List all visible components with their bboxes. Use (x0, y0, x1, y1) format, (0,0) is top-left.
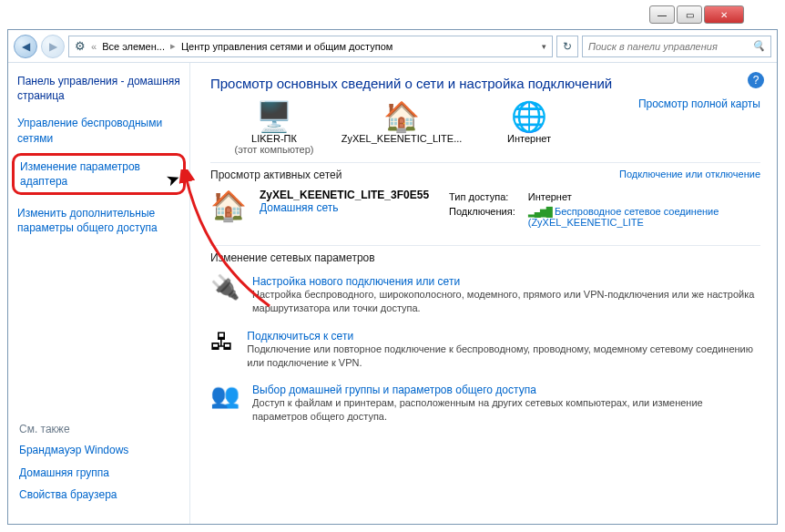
change-settings-header: Изменение сетевых параметров (210, 245, 760, 264)
homegroup-icon: 👥 (210, 384, 240, 424)
seealso-homegroup[interactable]: Домашняя группа (19, 466, 128, 480)
access-type-value: Интернет (523, 190, 759, 203)
breadcrumb-prefix: « (91, 41, 97, 52)
map-node-router: 🏠 ZyXEL_KEENETIC_LITE... (338, 102, 465, 144)
new-connection-icon: 🔌 (210, 275, 240, 315)
map-node-sublabel: (этот компьютер) (210, 144, 338, 155)
window-frame: ◀ ▶ ⚙ « Все элемен... ▸ Центр управления… (7, 29, 778, 525)
house-icon: 🏠 (338, 102, 465, 131)
map-node-internet: 🌐 Интернет (465, 102, 593, 144)
main-content: ? Просмотр основных сведений о сети и на… (190, 63, 777, 524)
help-icon[interactable]: ? (748, 72, 764, 88)
active-network-name: ZyXEL_KEENETIC_LITE_3F0E55 (260, 189, 429, 201)
close-button[interactable]: ✕ (704, 5, 744, 24)
seealso-browser[interactable]: Свойства браузера (19, 487, 128, 502)
map-node-pc: 🖥️ LIKER-ПК (этот компьютер) (210, 102, 338, 155)
search-icon: 🔍 (752, 40, 765, 52)
seealso-firewall[interactable]: Брандмауэр Windows (19, 443, 128, 457)
globe-icon: 🌐 (465, 102, 593, 131)
address-bar[interactable]: ⚙ « Все элемен... ▸ Центр управления сет… (68, 36, 553, 57)
connect-disconnect-link[interactable]: Подключение или отключение (619, 169, 760, 181)
nav-row: ◀ ▶ ⚙ « Все элемен... ▸ Центр управления… (8, 30, 777, 63)
map-node-label: LIKER-ПК (210, 133, 338, 144)
house-icon: 🏠 (210, 189, 247, 223)
map-node-label: ZyXEL_KEENETIC_LITE... (338, 133, 465, 144)
option-desc: Доступ к файлам и принтерам, расположенн… (252, 396, 760, 424)
full-map-link[interactable]: Просмотр полной карты (638, 97, 760, 110)
option-title[interactable]: Выбор домашней группы и параметров общег… (252, 384, 536, 396)
refresh-button[interactable]: ↻ (556, 36, 578, 57)
network-type-link[interactable]: Домашняя сеть (260, 201, 338, 214)
page-title: Просмотр основных сведений о сети и наст… (210, 76, 760, 91)
see-also-header: См. также (19, 423, 128, 435)
computer-icon: 🖥️ (210, 102, 338, 131)
option-desc: Настройка беспроводного, широкополосного… (252, 288, 760, 315)
minimize-button[interactable]: — (649, 5, 675, 24)
connections-label: Подключения: (443, 205, 521, 229)
connection-link[interactable]: Беспроводное сетевое соединение (ZyXEL_K… (528, 206, 719, 228)
control-panel-icon: ⚙ (75, 39, 86, 53)
map-node-label: Интернет (465, 133, 593, 144)
option-connect-network[interactable]: 🖧 Подключиться к сети Подключение или по… (210, 324, 760, 379)
breadcrumb-separator: ▸ (170, 40, 176, 52)
breadcrumb-item[interactable]: Все элемен... (102, 41, 165, 52)
search-placeholder: Поиск в панели управления (588, 41, 718, 52)
option-new-connection[interactable]: 🔌 Настройка нового подключения или сети … (210, 270, 760, 324)
search-input[interactable]: Поиск в панели управления 🔍 (582, 36, 771, 57)
sidebar-home-link[interactable]: Панель управления - домашняя страница (17, 74, 180, 103)
connect-network-icon: 🖧 (210, 330, 234, 370)
back-button[interactable]: ◀ (14, 35, 37, 58)
breadcrumb-item[interactable]: Центр управления сетями и общим доступом (181, 41, 392, 52)
see-also: См. также Брандмауэр Windows Домашняя гр… (19, 423, 128, 509)
sidebar: Панель управления - домашняя страница Уп… (8, 63, 190, 524)
active-networks-header: Просмотр активных сетей (210, 169, 342, 181)
forward-button: ▶ (41, 35, 65, 58)
sidebar-item-adapter-settings[interactable]: Изменение параметров адаптера (20, 159, 178, 189)
signal-icon: ▂▄▆█ (528, 207, 552, 217)
maximize-button[interactable]: ▭ (677, 5, 702, 24)
option-homegroup[interactable]: 👥 Выбор домашней группы и параметров общ… (210, 378, 760, 433)
chevron-down-icon[interactable]: ▾ (542, 42, 546, 51)
option-title[interactable]: Настройка нового подключения или сети (252, 275, 460, 288)
option-title[interactable]: Подключиться к сети (247, 330, 353, 343)
active-network: 🏠 ZyXEL_KEENETIC_LITE_3F0E55 Домашняя се… (210, 181, 760, 240)
option-desc: Подключение или повторное подключение к … (247, 343, 760, 370)
sidebar-item-wireless[interactable]: Управление беспроводными сетями (17, 116, 180, 145)
sidebar-item-advanced-sharing[interactable]: Изменить дополнительные параметры общего… (17, 206, 180, 235)
access-type-label: Тип доступа: (443, 190, 521, 203)
